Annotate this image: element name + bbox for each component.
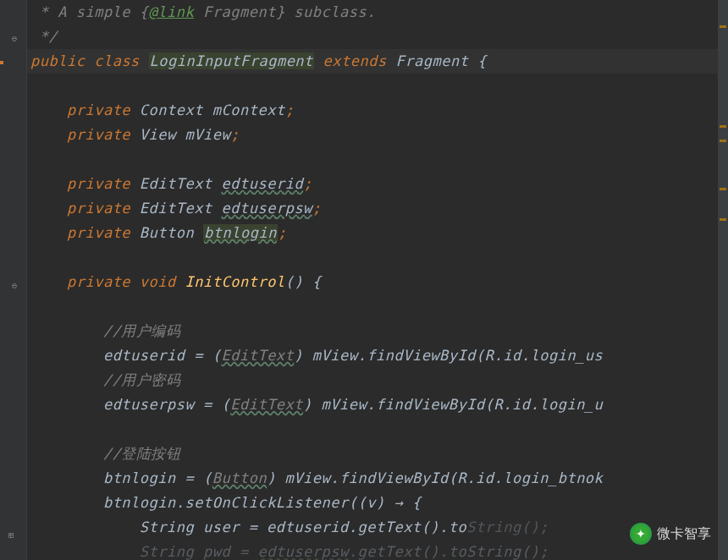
watermark-text: 微卡智享 [657,525,711,543]
field-warning: edtuserid [222,175,304,192]
javadoc-tag: @link [149,3,195,20]
code-line[interactable]: btnlogin.setOnClickListener((v) → { [27,491,728,515]
warning-marker[interactable] [720,188,726,190]
warning-marker[interactable] [720,218,726,221]
code-line[interactable]: String user = edtuserid.getText().toStri… [27,515,728,540]
code-line[interactable]: String pwd = edtuserpsw.getText().toStri… [27,540,728,560]
code-line[interactable]: //用户密码 [27,368,728,393]
cast-type: Button [212,469,267,486]
field-warning: edtuserpsw [222,200,312,217]
code-line[interactable] [27,417,728,442]
error-stripe[interactable] [718,0,728,560]
code-line-current[interactable]: public class LoginInputFragment extends … [27,49,728,74]
class-name: LoginInputFragment [149,52,314,69]
code-area[interactable]: * A simple {@link Fragment} subclass. */… [27,0,728,560]
code-line[interactable]: private Button btnlogin; [27,221,728,245]
method-name: InitControl [185,273,285,290]
fold-icon[interactable]: ⊖ [12,281,24,293]
code-line[interactable]: btnlogin = (Button) mView.findViewById(R… [27,466,728,491]
code-editor: ⊖ ⊖ ⊞ * A simple {@link Fragment} subcla… [0,0,728,560]
code-line[interactable]: //用户编码 [27,319,728,343]
comment: //用户编码 [103,322,180,339]
doc-comment: * A simple { [30,3,149,20]
code-line[interactable]: */ [27,25,728,49]
comment: //登陆按钮 [103,445,180,462]
code-line[interactable]: //登陆按钮 [27,442,728,466]
code-line[interactable] [27,294,728,319]
field-highlight: btnlogin [203,224,278,241]
code-line[interactable]: private View mView; [27,123,728,147]
gutter[interactable]: ⊖ ⊖ ⊞ [0,0,27,560]
expand-icon[interactable]: ⊞ [8,530,20,542]
code-line[interactable]: edtuserid = (EditText) mView.findViewByI… [27,343,728,368]
cast-type: EditText [230,396,303,413]
code-line[interactable]: edtuserpsw = (EditText) mView.findViewBy… [27,393,728,417]
cast-type: EditText [221,347,294,364]
warning-marker[interactable] [720,25,726,28]
doc-comment: */ [30,28,58,45]
code-line[interactable] [27,245,728,270]
comment: //用户密码 [103,371,180,388]
code-line[interactable] [27,147,728,172]
watermark: ✦ 微卡智享 [630,523,711,545]
code-line[interactable]: * A simple {@link Fragment} subclass. [27,0,728,25]
marker-bar [0,61,3,64]
code-line[interactable]: private void InitControl() { [27,270,728,294]
code-line[interactable]: private EditText edtuserpsw; [27,196,728,221]
wechat-icon: ✦ [630,523,652,545]
fold-icon[interactable]: ⊖ [12,34,24,46]
warning-marker[interactable] [720,140,726,142]
code-line[interactable]: private Context mContext; [27,98,728,123]
warning-marker[interactable] [720,125,726,128]
code-line[interactable] [27,74,728,98]
code-line[interactable]: private EditText edtuserid; [27,172,728,196]
